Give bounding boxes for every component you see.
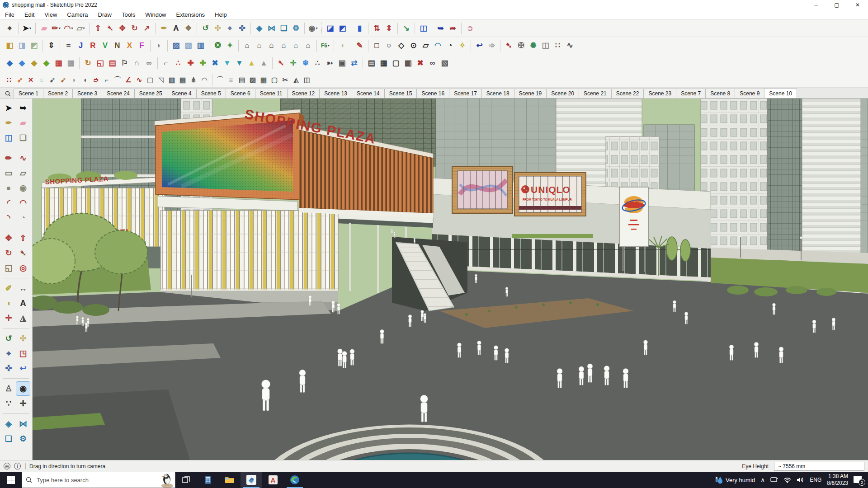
share-layers-icon[interactable]: ❏ xyxy=(278,22,290,34)
surface-lasso-icon[interactable]: ➾ xyxy=(486,39,498,52)
quad-face-icon[interactable]: ◆ xyxy=(16,57,28,69)
wireframe-sphere-icon[interactable]: ✦ xyxy=(224,39,236,52)
volume-icon[interactable] xyxy=(797,477,804,483)
rotate-by-clock-icon[interactable]: ➲ xyxy=(464,22,476,34)
delete-cross-icon[interactable]: ✖ xyxy=(414,57,426,69)
scene-tab-scene-9[interactable]: Scene 9 xyxy=(735,89,764,98)
quad-face-hash-icon[interactable]: ◆ xyxy=(4,57,16,69)
paint-bucket-tool-icon[interactable]: ✒ xyxy=(158,22,170,34)
tray-chevron-icon[interactable]: ∧ xyxy=(760,476,765,483)
rectangle-tool-icon[interactable]: ▱▾ xyxy=(75,22,87,34)
cross-blue-icon[interactable]: ✖ xyxy=(209,57,221,69)
bend-profile-icon[interactable]: ⌐ xyxy=(160,57,172,69)
window-grid-icon[interactable]: ▦ xyxy=(258,75,269,85)
position-camera-tool-icon[interactable]: ♙ xyxy=(2,382,15,395)
scene-tab-scene-8[interactable]: Scene 8 xyxy=(705,89,735,98)
pull-equal-icon[interactable]: = xyxy=(62,39,75,52)
mirror-light-icon[interactable]: ▧ xyxy=(182,39,194,52)
menu-draw[interactable]: Draw xyxy=(93,10,117,19)
texture-panel-icon[interactable]: ▤ xyxy=(106,57,118,69)
face-pie-icon[interactable]: ◔ xyxy=(444,39,456,52)
3d-text-tool-icon[interactable]: ◮ xyxy=(16,311,30,325)
eraser-tool-icon[interactable]: ▰ xyxy=(38,22,50,34)
file-explorer-button[interactable] xyxy=(219,472,241,488)
component-box-icon[interactable]: ▣ xyxy=(336,57,348,69)
raise-selection-icon[interactable]: ⇅ xyxy=(371,22,383,34)
notification-center-button[interactable]: 2 xyxy=(854,476,863,484)
panel-cube-icon[interactable]: ▧ xyxy=(439,57,451,69)
flag-marker-icon[interactable]: ⚐ xyxy=(118,57,131,69)
select-tool-icon[interactable]: ➤▾ xyxy=(21,22,33,34)
menu-view[interactable]: View xyxy=(39,10,62,19)
zoom-window-tool-icon[interactable]: ⌖ xyxy=(224,22,236,34)
scene-tab-scene-12[interactable]: Scene 12 xyxy=(287,89,320,98)
scene-tab-scene-15[interactable]: Scene 15 xyxy=(384,89,417,98)
rotate-tool-icon[interactable]: ↻ xyxy=(2,246,15,260)
quad-green-icon[interactable]: ◆ xyxy=(40,57,52,69)
rectangle-tool-icon[interactable]: ▭ xyxy=(2,166,15,180)
menu-tools[interactable]: Tools xyxy=(117,10,140,19)
dimension-tool-icon[interactable]: ↔ xyxy=(16,282,30,295)
menu-help[interactable]: Help xyxy=(210,10,232,19)
drop-at-vertices-icon[interactable]: ◪ xyxy=(324,22,336,34)
vertical-move-icon[interactable]: ▮ xyxy=(354,22,366,34)
scene-tab-scene-6[interactable]: Scene 6 xyxy=(226,89,255,98)
materials-swatch-icon[interactable]: ❖ xyxy=(182,22,194,34)
texture-position-icon[interactable]: ◱ xyxy=(94,57,106,69)
scale-tool-icon[interactable]: ◱ xyxy=(2,261,15,275)
draw-with-protractor-icon[interactable]: ✎ xyxy=(354,39,366,52)
layers-blue-tool-icon[interactable]: ❏ xyxy=(2,432,15,446)
calculator-button[interactable] xyxy=(197,472,219,488)
zoom-extents-tool-icon[interactable]: ✜ xyxy=(2,361,15,375)
wifi-icon[interactable] xyxy=(783,477,791,483)
pull-joint-icon[interactable]: J xyxy=(75,39,87,52)
house-roof-icon[interactable]: ⌂ xyxy=(278,39,290,52)
dome-half-icon[interactable]: ◗ xyxy=(69,75,80,85)
house-tall-icon[interactable]: ⌂ xyxy=(253,39,265,52)
drip-on-ground-icon[interactable]: ▼ xyxy=(221,57,233,69)
orbit-tool-icon[interactable]: ↺ xyxy=(2,332,15,345)
f6-section-icon[interactable]: F6▾ xyxy=(319,39,331,52)
pan-tool-icon[interactable]: ✣ xyxy=(212,22,224,34)
arc-tool-icon[interactable]: ◠▾ xyxy=(62,22,75,34)
lasso-select-tool-icon[interactable]: ➥ xyxy=(16,101,30,115)
endpoint-dots-icon[interactable]: ∷ xyxy=(4,75,14,85)
box-corner-blue-icon[interactable]: ◨ xyxy=(16,39,28,52)
louver-panel-icon[interactable]: ▥ xyxy=(402,57,414,69)
scene-tab-scene-1[interactable]: Scene 1 xyxy=(14,89,43,98)
cone-gray-icon[interactable]: ▲ xyxy=(258,57,270,69)
menu-camera[interactable]: Camera xyxy=(62,10,93,19)
iso-cube-icon[interactable]: ◫ xyxy=(302,75,312,85)
move-tool-icon[interactable]: ✥ xyxy=(116,22,128,34)
corner-arc-icon[interactable]: ⌒ xyxy=(112,75,123,85)
corner-profile-icon[interactable]: ⌐ xyxy=(101,75,112,85)
zoom-tool-icon[interactable]: ⌖ xyxy=(2,347,15,360)
scene-tab-scene-5[interactable]: Scene 5 xyxy=(196,89,226,98)
close-button[interactable]: ✕ xyxy=(847,0,868,10)
face-arc-icon[interactable]: ◠ xyxy=(432,39,444,52)
account-icon[interactable]: ◉▾ xyxy=(307,22,319,34)
city-blocks-icon[interactable]: ▦ xyxy=(177,75,188,85)
protractor-tool-icon[interactable]: ◖ xyxy=(2,296,15,310)
line-tool-icon[interactable]: ✏▾ xyxy=(50,22,62,34)
scene-tab-scene-16[interactable]: Scene 16 xyxy=(416,89,449,98)
scene-tab-scene-10[interactable]: Scene 10 xyxy=(764,88,797,98)
flip-along-icon[interactable]: ⋈ xyxy=(265,22,278,34)
follow-me-tool-icon[interactable]: ➴ xyxy=(16,246,30,260)
text-tool-icon[interactable]: A xyxy=(16,296,30,310)
hatch-b-icon[interactable]: ▨ xyxy=(247,75,258,85)
zoom-extents-tool-icon[interactable]: ✜ xyxy=(236,22,248,34)
scene-tab-scene-23[interactable]: Scene 23 xyxy=(643,89,676,98)
two-point-arc-tool-icon[interactable]: ◠ xyxy=(16,196,30,210)
tiles-plain-icon[interactable]: ▦ xyxy=(65,57,77,69)
cut-scissors-icon[interactable]: ✂ xyxy=(280,75,291,85)
fold-texture-icon[interactable]: ∩ xyxy=(131,57,143,69)
house-flat-icon[interactable]: ⌂ xyxy=(302,39,314,52)
stretch-line-icon[interactable]: ↘ xyxy=(400,22,412,34)
flip-faces-icon[interactable]: ◫ xyxy=(417,22,429,34)
house-front-icon[interactable]: ⌂ xyxy=(265,39,278,52)
box-white-icon[interactable]: ▢ xyxy=(145,75,156,85)
columns-row-icon[interactable]: ▥ xyxy=(166,75,177,85)
x-gear-blue-tool-icon[interactable]: ⚙ xyxy=(16,432,30,446)
tag-tool-tool-icon[interactable]: ❏ xyxy=(16,131,30,145)
